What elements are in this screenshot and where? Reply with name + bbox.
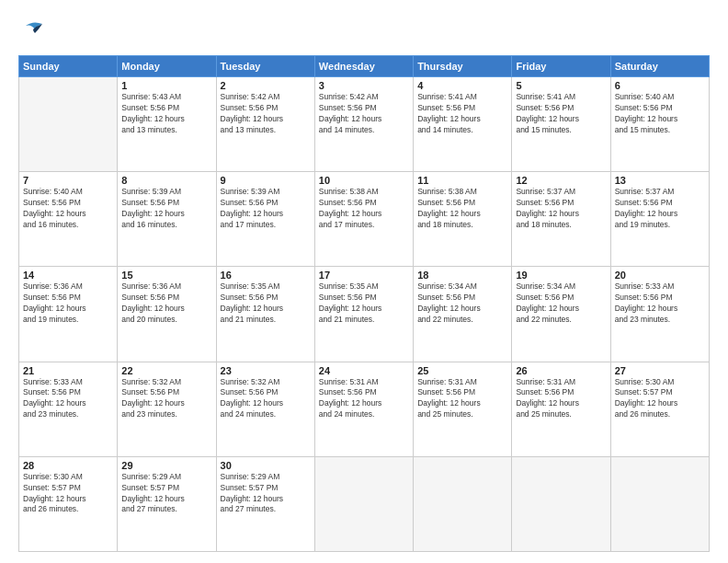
day-number: 20 [615, 270, 705, 281]
day-number: 9 [221, 175, 311, 186]
calendar-cell-20: 20Sunrise: 5:33 AM Sunset: 5:56 PM Dayli… [610, 267, 709, 362]
day-info: Sunrise: 5:39 AM Sunset: 5:56 PM Dayligh… [121, 187, 211, 231]
day-info: Sunrise: 5:36 AM Sunset: 5:56 PM Dayligh… [121, 282, 211, 326]
weekday-header-wednesday: Wednesday [314, 56, 413, 77]
day-info: Sunrise: 5:29 AM Sunset: 5:57 PM Dayligh… [221, 472, 311, 516]
calendar-cell-8: 8Sunrise: 5:39 AM Sunset: 5:56 PM Daylig… [118, 172, 216, 267]
calendar-cell-22: 22Sunrise: 5:32 AM Sunset: 5:56 PM Dayli… [118, 362, 216, 456]
calendar-cell-27: 27Sunrise: 5:30 AM Sunset: 5:57 PM Dayli… [610, 362, 709, 456]
day-info: Sunrise: 5:33 AM Sunset: 5:56 PM Dayligh… [615, 282, 705, 326]
logo-icon [18, 17, 48, 46]
day-info: Sunrise: 5:37 AM Sunset: 5:56 PM Dayligh… [615, 187, 705, 231]
day-info: Sunrise: 5:38 AM Sunset: 5:56 PM Dayligh… [319, 187, 409, 231]
logo [18, 17, 50, 46]
day-info: Sunrise: 5:31 AM Sunset: 5:56 PM Dayligh… [319, 377, 409, 421]
calendar-cell-18: 18Sunrise: 5:34 AM Sunset: 5:56 PM Dayli… [414, 267, 512, 362]
day-info: Sunrise: 5:38 AM Sunset: 5:56 PM Dayligh… [417, 187, 507, 231]
day-number: 28 [23, 460, 113, 471]
day-info: Sunrise: 5:35 AM Sunset: 5:56 PM Dayligh… [221, 282, 311, 326]
day-info: Sunrise: 5:31 AM Sunset: 5:56 PM Dayligh… [417, 377, 507, 421]
day-number: 18 [417, 270, 507, 281]
weekday-header-saturday: Saturday [610, 56, 709, 77]
calendar-cell-13: 13Sunrise: 5:37 AM Sunset: 5:56 PM Dayli… [610, 172, 709, 267]
calendar-table: SundayMondayTuesdayWednesdayThursdayFrid… [18, 55, 710, 552]
day-info: Sunrise: 5:40 AM Sunset: 5:56 PM Dayligh… [23, 187, 113, 231]
day-info: Sunrise: 5:39 AM Sunset: 5:56 PM Dayligh… [221, 187, 311, 231]
day-number: 14 [23, 270, 113, 281]
day-info: Sunrise: 5:43 AM Sunset: 5:56 PM Dayligh… [121, 92, 211, 136]
calendar-cell-31 [314, 456, 413, 551]
weekday-header-tuesday: Tuesday [216, 56, 314, 77]
day-number: 15 [121, 270, 211, 281]
day-number: 29 [121, 460, 211, 471]
calendar-cell-32 [414, 456, 512, 551]
calendar-cell-1: 1Sunrise: 5:43 AM Sunset: 5:56 PM Daylig… [118, 77, 216, 172]
day-info: Sunrise: 5:32 AM Sunset: 5:56 PM Dayligh… [221, 377, 311, 421]
day-number: 1 [121, 80, 211, 91]
day-number: 17 [319, 270, 409, 281]
calendar-cell-10: 10Sunrise: 5:38 AM Sunset: 5:56 PM Dayli… [314, 172, 413, 267]
weekday-header-friday: Friday [512, 56, 610, 77]
calendar-row-1: 7Sunrise: 5:40 AM Sunset: 5:56 PM Daylig… [19, 172, 710, 267]
day-number: 2 [221, 80, 311, 91]
day-number: 11 [417, 175, 507, 186]
calendar-cell-15: 15Sunrise: 5:36 AM Sunset: 5:56 PM Dayli… [118, 267, 216, 362]
weekday-header-row: SundayMondayTuesdayWednesdayThursdayFrid… [19, 56, 710, 77]
weekday-header-sunday: Sunday [19, 56, 118, 77]
calendar-row-4: 28Sunrise: 5:30 AM Sunset: 5:57 PM Dayli… [19, 456, 710, 551]
calendar-cell-34 [610, 456, 709, 551]
calendar-cell-25: 25Sunrise: 5:31 AM Sunset: 5:56 PM Dayli… [414, 362, 512, 456]
day-number: 27 [615, 365, 705, 376]
calendar-cell-3: 3Sunrise: 5:42 AM Sunset: 5:56 PM Daylig… [314, 77, 413, 172]
day-info: Sunrise: 5:41 AM Sunset: 5:56 PM Dayligh… [417, 92, 507, 136]
day-number: 24 [319, 365, 409, 376]
calendar-cell-9: 9Sunrise: 5:39 AM Sunset: 5:56 PM Daylig… [216, 172, 314, 267]
calendar-cell-7: 7Sunrise: 5:40 AM Sunset: 5:56 PM Daylig… [19, 172, 118, 267]
day-info: Sunrise: 5:32 AM Sunset: 5:56 PM Dayligh… [121, 377, 211, 421]
calendar-cell-6: 6Sunrise: 5:40 AM Sunset: 5:56 PM Daylig… [610, 77, 709, 172]
day-number: 22 [121, 365, 211, 376]
calendar-row-3: 21Sunrise: 5:33 AM Sunset: 5:56 PM Dayli… [19, 362, 710, 456]
day-number: 5 [516, 80, 606, 91]
day-info: Sunrise: 5:42 AM Sunset: 5:56 PM Dayligh… [221, 92, 311, 136]
calendar-cell-29: 29Sunrise: 5:29 AM Sunset: 5:57 PM Dayli… [118, 456, 216, 551]
day-number: 21 [23, 365, 113, 376]
day-info: Sunrise: 5:29 AM Sunset: 5:57 PM Dayligh… [121, 472, 211, 516]
calendar-cell-21: 21Sunrise: 5:33 AM Sunset: 5:56 PM Dayli… [19, 362, 118, 456]
calendar-cell-12: 12Sunrise: 5:37 AM Sunset: 5:56 PM Dayli… [512, 172, 610, 267]
calendar-cell-4: 4Sunrise: 5:41 AM Sunset: 5:56 PM Daylig… [414, 77, 512, 172]
calendar-cell-19: 19Sunrise: 5:34 AM Sunset: 5:56 PM Dayli… [512, 267, 610, 362]
calendar-cell-33 [512, 456, 610, 551]
calendar-cell-5: 5Sunrise: 5:41 AM Sunset: 5:56 PM Daylig… [512, 77, 610, 172]
weekday-header-monday: Monday [118, 56, 216, 77]
calendar-cell-16: 16Sunrise: 5:35 AM Sunset: 5:56 PM Dayli… [216, 267, 314, 362]
calendar-cell-26: 26Sunrise: 5:31 AM Sunset: 5:56 PM Dayli… [512, 362, 610, 456]
day-number: 12 [516, 175, 606, 186]
day-number: 26 [516, 365, 606, 376]
weekday-header-thursday: Thursday [414, 56, 512, 77]
day-number: 16 [221, 270, 311, 281]
calendar-cell-28: 28Sunrise: 5:30 AM Sunset: 5:57 PM Dayli… [19, 456, 118, 551]
day-info: Sunrise: 5:31 AM Sunset: 5:56 PM Dayligh… [516, 377, 606, 421]
day-number: 7 [23, 175, 113, 186]
day-number: 30 [221, 460, 311, 471]
day-info: Sunrise: 5:34 AM Sunset: 5:56 PM Dayligh… [417, 282, 507, 326]
day-number: 25 [417, 365, 507, 376]
page: SundayMondayTuesdayWednesdayThursdayFrid… [0, 0, 728, 563]
day-number: 3 [319, 80, 409, 91]
day-info: Sunrise: 5:35 AM Sunset: 5:56 PM Dayligh… [319, 282, 409, 326]
day-number: 4 [417, 80, 507, 91]
day-number: 8 [121, 175, 211, 186]
day-info: Sunrise: 5:36 AM Sunset: 5:56 PM Dayligh… [23, 282, 113, 326]
day-number: 6 [615, 80, 705, 91]
calendar-cell-24: 24Sunrise: 5:31 AM Sunset: 5:56 PM Dayli… [314, 362, 413, 456]
calendar-row-0: 1Sunrise: 5:43 AM Sunset: 5:56 PM Daylig… [19, 77, 710, 172]
calendar-cell-0 [19, 77, 118, 172]
day-info: Sunrise: 5:42 AM Sunset: 5:56 PM Dayligh… [319, 92, 409, 136]
header [18, 17, 710, 46]
calendar-cell-17: 17Sunrise: 5:35 AM Sunset: 5:56 PM Dayli… [314, 267, 413, 362]
day-number: 10 [319, 175, 409, 186]
day-info: Sunrise: 5:30 AM Sunset: 5:57 PM Dayligh… [615, 377, 705, 421]
day-number: 23 [221, 365, 311, 376]
calendar-cell-11: 11Sunrise: 5:38 AM Sunset: 5:56 PM Dayli… [414, 172, 512, 267]
